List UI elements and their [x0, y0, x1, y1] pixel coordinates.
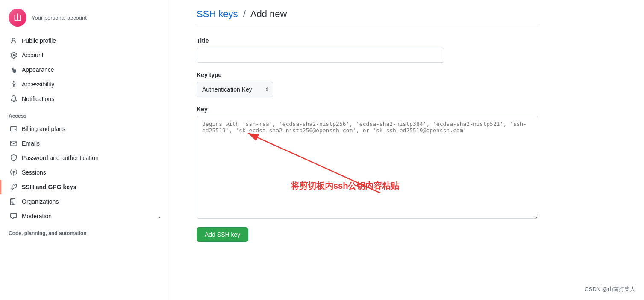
breadcrumb-link[interactable]: SSH keys: [197, 9, 238, 19]
brush-icon: [10, 66, 18, 74]
breadcrumb-separator: /: [243, 9, 246, 19]
title-label: Title: [197, 37, 538, 44]
broadcast-icon: [10, 169, 18, 176]
key-type-select[interactable]: Authentication Key Signing Key: [197, 82, 273, 97]
sidebar-item-ssh-gpg[interactable]: SSH and GPG keys: [0, 180, 171, 194]
sidebar-item-moderation[interactable]: Moderation ⌄: [0, 209, 171, 223]
card-icon: [10, 125, 18, 133]
sidebar-item-organizations[interactable]: Organizations: [0, 194, 171, 209]
sidebar-item-emails[interactable]: Emails: [0, 136, 171, 151]
sidebar-item-account[interactable]: Account: [0, 48, 171, 62]
sidebar-item-password-auth[interactable]: Password and authentication: [0, 151, 171, 165]
shield-icon: [10, 154, 18, 162]
key-type-field-group: Key type Authentication Key Signing Key …: [197, 71, 538, 97]
key-textarea[interactable]: [197, 116, 538, 219]
sidebar-label-moderation: Moderation: [22, 213, 52, 220]
divider: [197, 27, 538, 27]
key-type-label: Key type: [197, 71, 538, 78]
user-description: Your personal account: [32, 15, 87, 21]
person-icon: [10, 37, 18, 45]
sidebar-label-password-auth: Password and authentication: [22, 154, 99, 161]
user-profile-header: 山 Your personal account: [0, 4, 171, 33]
breadcrumb: SSH keys / Add new: [197, 9, 538, 20]
sidebar-item-billing[interactable]: Billing and plans: [0, 122, 171, 136]
key-type-select-wrapper: Authentication Key Signing Key ⇕: [197, 82, 273, 97]
add-ssh-key-button[interactable]: Add SSH key: [197, 227, 248, 242]
sidebar-label-appearance: Appearance: [22, 66, 54, 73]
sidebar-item-sessions[interactable]: Sessions: [0, 165, 171, 180]
gear-icon: [10, 51, 18, 59]
building-icon: [10, 198, 18, 205]
bell-icon: [10, 95, 18, 103]
sidebar-label-emails: Emails: [22, 140, 40, 147]
watermark: CSDN @山南打柴人: [585, 285, 635, 293]
title-input[interactable]: [197, 48, 444, 63]
sidebar: 山 Your personal account Public profile A…: [0, 0, 171, 300]
sidebar-label-account: Account: [22, 52, 44, 59]
breadcrumb-current: Add new: [250, 9, 287, 19]
sidebar-item-accessibility[interactable]: Accessibility: [0, 77, 171, 92]
comment-icon: [10, 212, 18, 220]
key-field-group: Key 将剪切板内ssh公钥内容粘贴: [197, 106, 538, 219]
title-field-group: Title: [197, 37, 538, 63]
section-label-access: Access: [0, 106, 171, 122]
accessibility-icon: [10, 80, 18, 88]
sidebar-label-ssh-gpg: SSH and GPG keys: [22, 184, 76, 190]
sidebar-label-notifications: Notifications: [22, 95, 54, 102]
sidebar-item-notifications[interactable]: Notifications: [0, 92, 171, 106]
avatar: 山: [9, 9, 26, 27]
sidebar-label-public-profile: Public profile: [22, 37, 56, 44]
section-label-code: Code, planning, and automation: [0, 223, 171, 239]
sidebar-label-sessions: Sessions: [22, 169, 46, 176]
sidebar-item-public-profile[interactable]: Public profile: [0, 33, 171, 48]
chevron-down-icon: ⌄: [157, 213, 162, 220]
sidebar-label-accessibility: Accessibility: [22, 81, 54, 88]
key-label: Key: [197, 106, 538, 113]
sidebar-item-appearance[interactable]: Appearance: [0, 62, 171, 77]
mail-icon: [10, 140, 18, 147]
main-content: SSH keys / Add new Title Key type Authen…: [171, 0, 556, 300]
sidebar-label-organizations: Organizations: [22, 198, 59, 205]
key-icon: [10, 183, 18, 191]
annotation-text: 将剪切板内ssh公钥内容粘贴: [291, 180, 399, 192]
sidebar-label-billing: Billing and plans: [22, 125, 65, 132]
